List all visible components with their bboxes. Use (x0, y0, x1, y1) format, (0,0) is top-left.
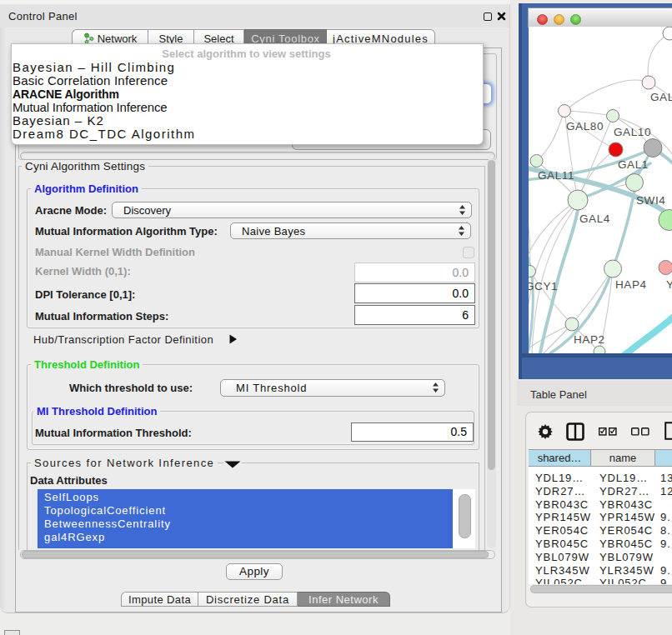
svg-text:HAP4: HAP4 (615, 278, 647, 291)
svg-text:GAL: GAL (650, 91, 672, 103)
svg-text:GAL80: GAL80 (566, 120, 604, 132)
svg-text:SWI4: SWI4 (636, 194, 665, 207)
svg-text:GAL1: GAL1 (618, 158, 649, 171)
svg-text:Y: Y (666, 278, 672, 291)
svg-text:GCY1: GCY1 (529, 280, 558, 292)
svg-text:HAP2: HAP2 (574, 333, 605, 346)
svg-text:GAL10: GAL10 (614, 126, 651, 138)
svg-text:GAL4: GAL4 (579, 212, 610, 225)
svg-text:GAL11: GAL11 (538, 169, 574, 182)
